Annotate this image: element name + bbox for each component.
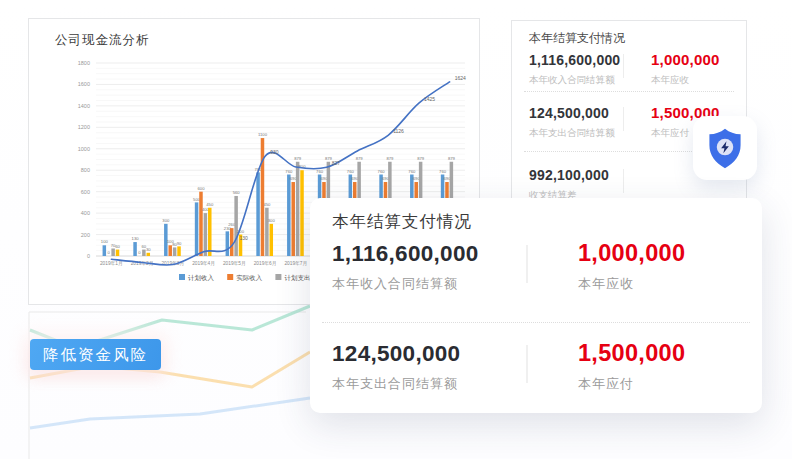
svg-text:800: 800 bbox=[81, 167, 90, 173]
svg-text:60: 60 bbox=[115, 244, 120, 249]
svg-text:1100: 1100 bbox=[258, 132, 268, 137]
svg-text:2019年1月: 2019年1月 bbox=[100, 261, 123, 267]
svg-text:1126: 1126 bbox=[393, 128, 404, 134]
svg-text:30: 30 bbox=[146, 247, 151, 252]
divider bbox=[623, 54, 624, 78]
svg-text:879: 879 bbox=[294, 156, 302, 161]
svg-text:600: 600 bbox=[81, 189, 90, 195]
svg-text:100: 100 bbox=[101, 239, 109, 244]
expense-settlement-label: 本年支出合同结算额 bbox=[529, 127, 615, 140]
svg-text:827: 827 bbox=[332, 160, 341, 166]
svg-text:300: 300 bbox=[162, 218, 170, 223]
summary-panel-title: 本年结算支付情况 bbox=[529, 30, 625, 47]
svg-text:200: 200 bbox=[81, 232, 90, 238]
svg-text:760: 760 bbox=[378, 169, 386, 174]
svg-text:879: 879 bbox=[417, 156, 425, 161]
svg-text:130: 130 bbox=[239, 235, 248, 241]
income-settlement-label: 本年收入合同结算额 bbox=[529, 74, 615, 87]
svg-text:879: 879 bbox=[448, 156, 456, 161]
reduce-risk-badge[interactable]: 降低资金风险 bbox=[30, 339, 161, 370]
payable-label-large: 本年应付 bbox=[578, 375, 634, 393]
svg-text:1624: 1624 bbox=[455, 75, 466, 81]
divider bbox=[623, 169, 624, 193]
svg-text:1800: 1800 bbox=[78, 60, 90, 66]
svg-text:450: 450 bbox=[263, 202, 271, 207]
svg-text:760: 760 bbox=[285, 169, 293, 174]
svg-text:600: 600 bbox=[197, 186, 205, 191]
svg-text:2019年5月: 2019年5月 bbox=[223, 261, 246, 267]
svg-text:130: 130 bbox=[132, 236, 140, 241]
svg-text:560: 560 bbox=[233, 190, 241, 195]
svg-text:2019年6月: 2019年6月 bbox=[254, 261, 277, 267]
svg-text:实际收入: 实际收入 bbox=[236, 274, 263, 282]
receivable-value: 1,000,000 bbox=[651, 51, 720, 68]
svg-text:90: 90 bbox=[177, 241, 182, 246]
svg-text:2019年7月: 2019年7月 bbox=[284, 261, 307, 267]
svg-text:450: 450 bbox=[206, 202, 214, 207]
svg-text:760: 760 bbox=[408, 169, 416, 174]
divider bbox=[526, 345, 528, 383]
svg-text:1600: 1600 bbox=[78, 81, 90, 87]
dotted-divider bbox=[524, 91, 734, 92]
svg-text:1400: 1400 bbox=[78, 103, 90, 109]
svg-text:930: 930 bbox=[270, 149, 279, 155]
security-feature-card bbox=[693, 116, 757, 180]
svg-text:计划支出: 计划支出 bbox=[284, 274, 310, 282]
balance-value: 992,100,000 bbox=[529, 167, 609, 183]
detail-card-title: 本年结算支付情况 bbox=[332, 211, 472, 233]
income-settlement-value-large: 1,116,600,000 bbox=[332, 241, 479, 267]
svg-text:879: 879 bbox=[386, 156, 394, 161]
shield-lightning-icon bbox=[703, 125, 747, 171]
expense-settlement-value: 124,500,000 bbox=[529, 105, 609, 121]
svg-text:300: 300 bbox=[268, 218, 276, 223]
svg-text:879: 879 bbox=[356, 156, 364, 161]
income-settlement-label-large: 本年收入合同结算额 bbox=[332, 275, 458, 293]
dashboard-page: { "chart_data": { "type": "bar", "title"… bbox=[0, 0, 792, 459]
svg-text:1000: 1000 bbox=[78, 146, 90, 152]
svg-text:0: 0 bbox=[87, 253, 90, 259]
svg-text:760: 760 bbox=[347, 169, 355, 174]
receivable-label: 本年应收 bbox=[651, 74, 689, 87]
payable-value-large: 1,500,000 bbox=[578, 340, 685, 367]
receivable-label-large: 本年应收 bbox=[578, 275, 634, 293]
payable-label: 本年应付 bbox=[651, 127, 689, 140]
svg-text:2019年4月: 2019年4月 bbox=[192, 261, 215, 267]
divider bbox=[526, 245, 528, 283]
dotted-divider bbox=[322, 322, 750, 323]
svg-text:计划收入: 计划收入 bbox=[188, 274, 215, 281]
svg-text:1200: 1200 bbox=[78, 124, 90, 130]
expense-settlement-label-large: 本年支出合同结算额 bbox=[332, 375, 458, 393]
expense-settlement-value-large: 124,500,000 bbox=[332, 341, 460, 367]
svg-text:400: 400 bbox=[81, 210, 90, 216]
settlement-detail-card: 本年结算支付情况 1,116,600,000 1,000,000 本年收入合同结… bbox=[310, 198, 762, 413]
receivable-value-large: 1,000,000 bbox=[578, 240, 685, 267]
divider bbox=[623, 107, 624, 131]
svg-text:760: 760 bbox=[439, 169, 447, 174]
income-settlement-value: 1,116,600,000 bbox=[529, 52, 620, 68]
svg-text:1425: 1425 bbox=[424, 96, 435, 102]
background-line-blue bbox=[30, 398, 310, 428]
